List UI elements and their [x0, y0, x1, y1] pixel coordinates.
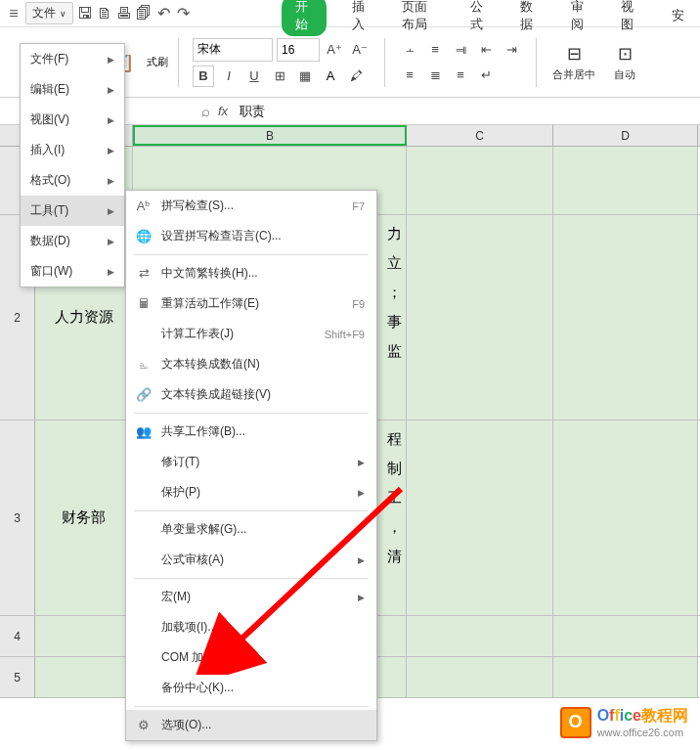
cell[interactable] — [35, 616, 133, 656]
cell[interactable] — [553, 420, 698, 615]
menu-item-icon: 🔗 — [136, 387, 152, 403]
file-menu-item[interactable]: 文件(F)▶ — [21, 44, 124, 74]
menu-item-label: COM 加载项(U)... — [161, 649, 253, 666]
redo-icon[interactable]: ↷ — [175, 6, 191, 22]
menu-item-label: 文本转换成数值(N) — [161, 356, 260, 373]
menu-icon[interactable]: ≡ — [6, 6, 22, 22]
chevron-right-icon: ▶ — [358, 555, 365, 565]
wrap-text-icon[interactable]: ↵ — [475, 65, 497, 86]
tools-menu-item[interactable]: 👥共享工作簿(B)... — [126, 417, 376, 447]
auto-button[interactable]: ⊡ 自动 — [607, 40, 642, 84]
formula-input[interactable] — [236, 102, 692, 120]
underline-button[interactable]: U — [243, 66, 265, 87]
decrease-font-icon[interactable]: A⁻ — [349, 39, 371, 61]
tools-menu-item[interactable]: 单变量求解(G)... — [126, 514, 376, 545]
tools-menu-item[interactable]: 宏(M)▶ — [126, 582, 376, 612]
print-preview-icon[interactable]: 🗎 — [97, 6, 112, 22]
menu-separator — [134, 510, 369, 511]
cell[interactable] — [407, 147, 553, 214]
font-group: A⁺ A⁻ B I U ⊞ ▦ A 🖍 — [189, 38, 374, 87]
tools-menu-item[interactable]: 🖩重算活动工作簿(E)F9 — [126, 288, 376, 319]
menu-item-icon: 👥 — [136, 424, 152, 440]
menu-item-label: 设置拼写检查语言(C)... — [161, 228, 282, 244]
align-center-icon[interactable]: ≣ — [424, 65, 446, 86]
find-icon[interactable]: ⌕ — [201, 103, 210, 119]
font-name-select[interactable] — [193, 38, 273, 62]
row-header-3[interactable]: 3 — [0, 420, 35, 615]
merge-center-button[interactable]: ⊟ 合并居中 — [547, 40, 601, 84]
menu-item-icon: 🖩 — [136, 296, 152, 312]
menu-separator — [134, 706, 369, 707]
increase-font-icon[interactable]: A⁺ — [324, 39, 345, 61]
indent-right-icon[interactable]: ⇥ — [501, 39, 522, 61]
col-header-d[interactable]: D — [553, 125, 698, 146]
tab-more[interactable]: 安 — [664, 3, 692, 28]
tools-menu-item[interactable]: ⚙选项(O)... — [126, 710, 376, 740]
cell[interactable] — [35, 657, 133, 697]
indent-left-icon[interactable]: ⇤ — [475, 39, 497, 61]
chevron-right-icon: ▶ — [108, 55, 114, 65]
col-header-b[interactable]: B — [133, 125, 407, 146]
divider — [384, 38, 385, 87]
align-middle-icon[interactable]: ≡ — [424, 39, 446, 61]
row-header-4[interactable]: 4 — [0, 616, 35, 656]
divider — [178, 38, 179, 87]
tools-menu-item[interactable]: ⎁文本转换成数值(N) — [126, 349, 376, 379]
watermark: O Office教程网 www.office26.com — [560, 706, 688, 738]
highlight-button[interactable]: 🖍 — [345, 66, 367, 87]
align-left-icon[interactable]: ≡ — [399, 65, 420, 86]
tools-menu-item[interactable]: ⇄中文简繁转换(H)... — [126, 258, 376, 288]
tools-menu-item[interactable]: 保护(P)▶ — [126, 477, 376, 507]
format-painter-button[interactable]: 式刷 — [147, 55, 168, 69]
align-top-icon[interactable]: ⫠ — [399, 39, 420, 61]
file-menu-item[interactable]: 编辑(E)▶ — [21, 74, 124, 105]
menu-item-label: 插入(I) — [30, 142, 65, 158]
divider — [536, 38, 537, 87]
align-right-icon[interactable]: ≡ — [450, 65, 471, 86]
cell[interactable] — [553, 215, 698, 419]
row-header-5[interactable]: 5 — [0, 657, 35, 697]
tools-menu-item[interactable]: 加载项(I)... — [126, 612, 376, 642]
cell[interactable] — [553, 657, 698, 697]
file-menu-item[interactable]: 视图(V)▶ — [21, 105, 124, 135]
tools-submenu: Aᵇ拼写检查(S)...F7🌐设置拼写检查语言(C)...⇄中文简繁转换(H).… — [125, 190, 377, 741]
chevron-right-icon: ▶ — [358, 593, 365, 602]
print-icon[interactable]: 🖶 — [116, 6, 132, 22]
tools-menu-item[interactable]: 备份中心(K)... — [126, 673, 376, 703]
col-header-c[interactable]: C — [407, 125, 553, 146]
tools-menu-item[interactable]: 公式审核(A)▶ — [126, 545, 376, 575]
file-menu-item[interactable]: 数据(D)▶ — [21, 226, 124, 256]
fx-label[interactable]: fx — [218, 104, 228, 118]
italic-button[interactable]: I — [218, 66, 240, 87]
file-menu-item[interactable]: 插入(I)▶ — [21, 135, 124, 165]
cell[interactable] — [553, 147, 698, 214]
align-bottom-icon[interactable]: ⫥ — [450, 39, 471, 61]
cell-a3[interactable]: 财务部 — [35, 420, 133, 615]
tools-menu-item[interactable]: 计算工作表(J)Shift+F9 — [126, 319, 376, 349]
cell[interactable] — [407, 215, 553, 419]
font-color-button[interactable]: A — [320, 66, 341, 87]
cell[interactable] — [553, 616, 698, 656]
fill-color-button[interactable]: ▦ — [294, 66, 316, 87]
bold-button[interactable]: B — [193, 66, 214, 87]
cell[interactable] — [407, 657, 553, 697]
tools-menu-item[interactable]: 🔗文本转换成超链接(V) — [126, 379, 376, 410]
chevron-right-icon: ▶ — [108, 176, 114, 186]
tools-menu-item[interactable]: COM 加载项(U)... — [126, 642, 376, 673]
file-menu-item[interactable]: 格式(O)▶ — [21, 165, 124, 196]
tools-menu-item[interactable]: Aᵇ拼写检查(S)...F7 — [126, 191, 376, 221]
cell[interactable] — [407, 616, 553, 656]
tools-menu-item[interactable]: 🌐设置拼写检查语言(C)... — [126, 221, 376, 251]
save-icon[interactable]: 🖫 — [77, 6, 93, 22]
file-menu-item[interactable]: 窗口(W)▶ — [21, 256, 124, 287]
watermark-title: Office教程网 — [597, 706, 688, 727]
file-menu-item[interactable]: 工具(T)▶ — [21, 196, 124, 226]
file-button[interactable]: 文件 ∨ — [25, 2, 73, 24]
undo-icon[interactable]: ↶ — [155, 6, 171, 22]
cell[interactable] — [407, 420, 553, 615]
border-button[interactable]: ⊞ — [269, 66, 290, 87]
tools-menu-item[interactable]: 修订(T)▶ — [126, 447, 376, 477]
chevron-right-icon: ▶ — [108, 237, 114, 246]
export-icon[interactable]: 🗐 — [136, 6, 152, 22]
font-size-select[interactable] — [277, 38, 320, 62]
